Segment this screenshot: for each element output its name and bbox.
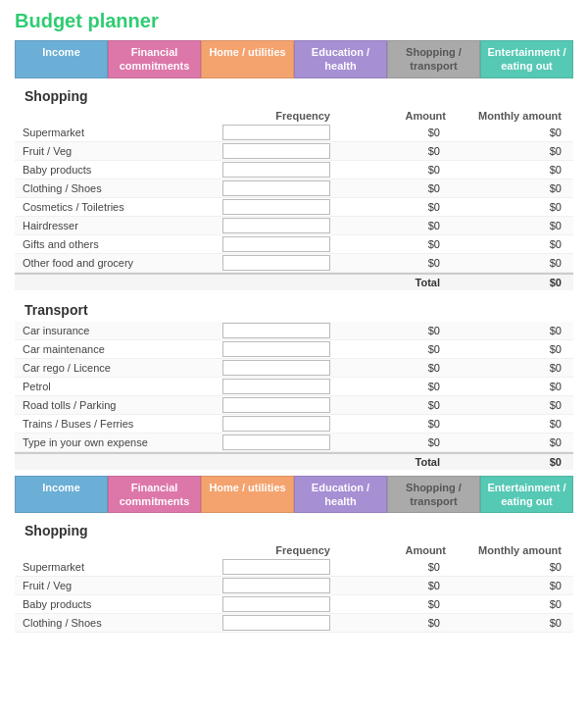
table-row: Type in your own expense $0 $0	[15, 434, 573, 452]
tab-entertainment-2[interactable]: Entertainment / eating out	[480, 476, 573, 514]
monthly-cell: $0	[450, 325, 565, 336]
shopping-total-label: Total	[334, 277, 450, 288]
monthly-cell: $0	[450, 580, 565, 591]
monthly-cell: $0	[450, 220, 565, 231]
frequency-input[interactable]	[222, 143, 330, 159]
amount-cell: $0	[334, 399, 450, 411]
tab-education-2[interactable]: Education / health	[294, 476, 387, 514]
shopping-total-value: $0	[450, 277, 565, 288]
monthly-cell: $0	[450, 381, 565, 392]
monthly-cell: $0	[450, 362, 565, 374]
frequency-input[interactable]	[222, 341, 330, 357]
monthly-cell: $0	[450, 343, 565, 355]
tab-shopping-2[interactable]: Shopping / transport	[387, 476, 480, 514]
shopping-total-row: Total $0	[15, 273, 573, 290]
col-frequency: Frequency	[219, 110, 334, 122]
frequency-input[interactable]	[222, 615, 330, 631]
frequency-input[interactable]	[222, 218, 330, 233]
col-monthly-2: Monthly amount	[450, 544, 565, 556]
table-row: Cosmetics / Toiletries $0 $0	[15, 198, 573, 217]
table-row: Fruit / Veg $0 $0	[15, 142, 573, 161]
tab-home-2[interactable]: Home / utilities	[201, 476, 294, 514]
table-row: Other food and grocery $0 $0	[15, 254, 573, 273]
table-row: Clothing / Shoes $0 $0	[15, 179, 573, 198]
tab-bar-top: Income Financial commitments Home / util…	[15, 40, 573, 78]
frequency-input[interactable]	[222, 125, 330, 140]
amount-cell: $0	[334, 580, 450, 591]
transport-section: Transport Car insurance $0 $0 Car mainte…	[15, 296, 573, 470]
frequency-input[interactable]	[222, 323, 330, 338]
monthly-cell: $0	[450, 617, 565, 629]
tab-financial-2[interactable]: Financial commitments	[108, 476, 201, 514]
tab-income[interactable]: Income	[15, 40, 108, 78]
amount-cell: $0	[334, 598, 450, 610]
frequency-input[interactable]	[222, 416, 330, 432]
transport-total-row: Total $0	[15, 452, 573, 470]
monthly-cell: $0	[450, 418, 565, 430]
frequency-input[interactable]	[222, 397, 330, 413]
amount-cell: $0	[334, 362, 450, 374]
table-row: Supermarket $0 $0	[15, 124, 573, 142]
tab-home[interactable]: Home / utilities	[201, 40, 294, 78]
frequency-input[interactable]	[222, 255, 330, 271]
tab-education[interactable]: Education / health	[294, 40, 387, 78]
tab-entertainment[interactable]: Entertainment / eating out	[480, 40, 573, 78]
page-title: Budget planner	[15, 10, 573, 32]
tab-income-2[interactable]: Income	[15, 476, 108, 514]
frequency-input[interactable]	[222, 379, 330, 394]
col-amount: Amount	[334, 110, 450, 122]
amount-cell: $0	[334, 436, 450, 448]
table-row: Trains / Buses / Ferries $0 $0	[15, 415, 573, 434]
transport-total-label: Total	[334, 456, 450, 468]
monthly-cell: $0	[450, 598, 565, 610]
amount-cell: $0	[334, 381, 450, 392]
monthly-cell: $0	[450, 257, 565, 269]
tab-shopping[interactable]: Shopping / transport	[387, 40, 480, 78]
frequency-input[interactable]	[222, 236, 330, 252]
monthly-cell: $0	[450, 238, 565, 250]
frequency-input[interactable]	[222, 435, 330, 450]
table-row: Gifts and others $0 $0	[15, 235, 573, 254]
monthly-cell: $0	[450, 182, 565, 194]
monthly-cell: $0	[450, 561, 565, 573]
table-row: Car rego / Licence $0 $0	[15, 359, 573, 378]
amount-cell: $0	[334, 561, 450, 573]
amount-cell: $0	[334, 127, 450, 138]
frequency-input[interactable]	[222, 162, 330, 178]
shopping-section: Shopping Frequency Amount Monthly amount…	[15, 82, 573, 290]
col-amount-2: Amount	[334, 544, 450, 556]
shopping-header: Frequency Amount Monthly amount	[15, 108, 573, 124]
monthly-cell: $0	[450, 164, 565, 176]
frequency-input[interactable]	[222, 199, 330, 215]
transport-title: Transport	[15, 296, 573, 322]
monthly-cell: $0	[450, 399, 565, 411]
table-row: Fruit / Veg $0 $0	[15, 577, 573, 595]
tab-bar-bottom: Income Financial commitments Home / util…	[15, 476, 573, 514]
frequency-input[interactable]	[222, 578, 330, 593]
frequency-input[interactable]	[222, 180, 330, 196]
table-row: Road tolls / Parking $0 $0	[15, 396, 573, 415]
table-row: Car insurance $0 $0	[15, 322, 573, 340]
shopping-title-2: Shopping	[15, 517, 573, 542]
amount-cell: $0	[334, 145, 450, 157]
table-row: Clothing / Shoes $0 $0	[15, 614, 573, 633]
frequency-input[interactable]	[222, 596, 330, 612]
frequency-input[interactable]	[222, 559, 330, 575]
table-row: Supermarket $0 $0	[15, 558, 573, 577]
shopping-header-2: Frequency Amount Monthly amount	[15, 542, 573, 558]
table-row: Petrol $0 $0	[15, 378, 573, 396]
amount-cell: $0	[334, 182, 450, 194]
monthly-cell: $0	[450, 127, 565, 138]
shopping-section-2: Shopping Frequency Amount Monthly amount…	[15, 517, 573, 633]
frequency-input[interactable]	[222, 360, 330, 376]
amount-cell: $0	[334, 257, 450, 269]
tab-financial[interactable]: Financial commitments	[108, 40, 201, 78]
table-row: Car maintenance $0 $0	[15, 340, 573, 359]
amount-cell: $0	[334, 325, 450, 336]
transport-total-value: $0	[450, 456, 565, 468]
amount-cell: $0	[334, 238, 450, 250]
amount-cell: $0	[334, 418, 450, 430]
monthly-cell: $0	[450, 201, 565, 213]
table-row: Baby products $0 $0	[15, 161, 573, 179]
col-frequency-2: Frequency	[219, 544, 334, 556]
